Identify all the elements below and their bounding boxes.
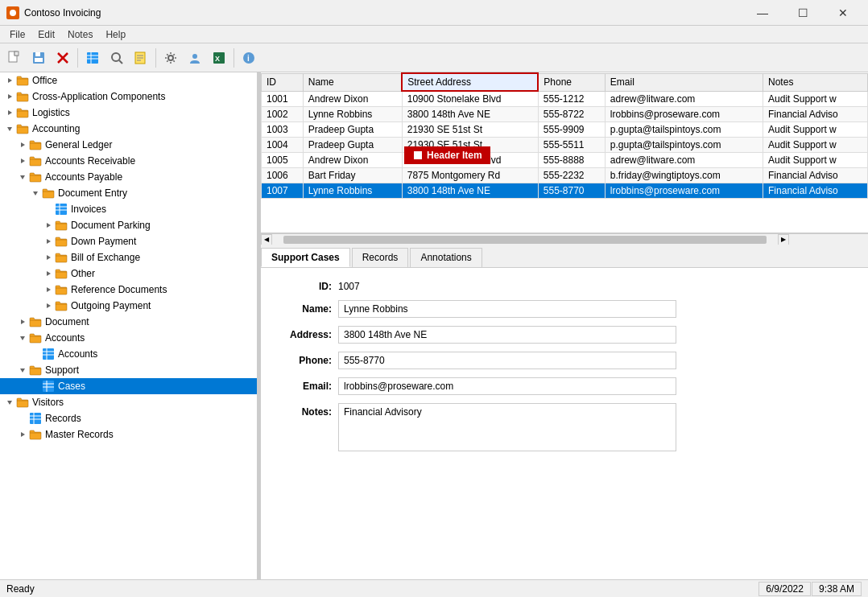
phone-label: Phone: bbox=[274, 352, 338, 366]
sidebar-item-document[interactable]: Document bbox=[0, 314, 257, 330]
folder-icon-down-payment bbox=[55, 235, 68, 248]
col-header-id[interactable]: ID bbox=[262, 73, 304, 91]
expand-icon-master-records bbox=[16, 428, 29, 441]
new-button[interactable] bbox=[3, 47, 26, 69]
col-header-name[interactable]: Name bbox=[303, 73, 402, 91]
table-row[interactable]: 1005Andrew Dixon10900 Stonelake Blvd555-… bbox=[262, 153, 868, 168]
sidebar-label-accounts: Accounts bbox=[45, 332, 85, 344]
sidebar-label-document: Document bbox=[45, 316, 89, 327]
header-item-tooltip: Header Item bbox=[404, 146, 490, 164]
sidebar-item-master-records[interactable]: Master Records bbox=[0, 426, 257, 443]
delete-button[interactable] bbox=[52, 47, 74, 69]
sidebar-item-cross-app[interactable]: Cross-Application Components bbox=[0, 89, 257, 105]
svg-rect-2 bbox=[14, 51, 19, 56]
sidebar-item-reference-docs[interactable]: Reference Documents bbox=[0, 282, 257, 298]
table-row[interactable]: 1003Pradeep Gupta21930 SE 51st St555-990… bbox=[262, 122, 868, 138]
col-header-email[interactable]: Email bbox=[605, 73, 763, 91]
expand-icon-outgoing-payment bbox=[42, 299, 55, 312]
folder-icon-office bbox=[16, 74, 29, 87]
expand-icon-other bbox=[42, 267, 55, 280]
tab-annotations[interactable]: Annotations bbox=[410, 248, 482, 267]
menu-help[interactable]: Help bbox=[99, 27, 132, 42]
svg-point-18 bbox=[168, 56, 173, 60]
table-row[interactable]: 1006Bart Friday7875 Montgomery Rd555-223… bbox=[262, 168, 868, 183]
status-text: Ready bbox=[6, 583, 758, 595]
table-row[interactable]: 1002Lynne Robbins3800 148th Ave NE555-87… bbox=[262, 107, 868, 122]
info-button[interactable]: i bbox=[238, 47, 260, 69]
table-row[interactable]: 1004Pradeep Gupta21930 SE 51st St555-551… bbox=[262, 138, 868, 153]
tab-support-cases[interactable]: Support Cases bbox=[261, 248, 350, 267]
detail-tabs: Support CasesRecordsAnnotations bbox=[261, 245, 868, 268]
sidebar-item-support[interactable]: Support bbox=[0, 362, 257, 378]
search-button[interactable] bbox=[105, 47, 128, 69]
table-container: IDNameStreet AddressPhoneEmailNotes 1001… bbox=[261, 72, 868, 233]
svg-marker-58 bbox=[21, 432, 25, 437]
notes-value[interactable]: Financial Advisory bbox=[338, 403, 676, 451]
hscroll-right[interactable]: ▶ bbox=[778, 234, 789, 245]
expand-icon-accounts bbox=[16, 331, 29, 344]
header-item-icon bbox=[412, 150, 424, 161]
sidebar-item-accounts-payable[interactable]: Accounts Payable bbox=[0, 169, 257, 185]
table-button[interactable] bbox=[81, 47, 104, 69]
table-row[interactable]: 1007Lynne Robbins3800 148th Ave NE555-87… bbox=[262, 183, 868, 199]
sidebar-item-down-payment[interactable]: Down Payment bbox=[0, 233, 257, 249]
sidebar-item-accounting[interactable]: Accounting bbox=[0, 121, 257, 137]
menu-edit[interactable]: Edit bbox=[31, 27, 61, 42]
menu-notes[interactable]: Notes bbox=[61, 27, 99, 42]
sidebar-item-accounts-table[interactable]: Accounts bbox=[0, 346, 257, 362]
main-area: OfficeCross-Application ComponentsLogist… bbox=[0, 72, 868, 579]
sidebar-item-cases[interactable]: Cases bbox=[0, 378, 257, 394]
sidebar-item-document-parking[interactable]: Document Parking bbox=[0, 217, 257, 233]
status-bar: Ready 6/9/2022 9:38 AM bbox=[0, 579, 868, 597]
table-row[interactable]: 1001Andrew Dixon10900 Stonelake Blvd555-… bbox=[262, 91, 868, 107]
note-button[interactable] bbox=[130, 47, 152, 69]
sidebar-item-other[interactable]: Other bbox=[0, 266, 257, 282]
sidebar-label-office: Office bbox=[32, 75, 57, 86]
email-value[interactable]: lrobbins@proseware.com bbox=[338, 377, 676, 395]
svg-marker-24 bbox=[8, 78, 12, 83]
id-field: ID: 1007 bbox=[274, 278, 855, 292]
address-value[interactable]: 3800 148th Ave NE bbox=[338, 326, 676, 344]
col-header-street-address[interactable]: Street Address bbox=[402, 73, 538, 91]
contacts-button[interactable] bbox=[184, 47, 206, 69]
phone-value[interactable]: 555-8770 bbox=[338, 352, 676, 369]
sidebar-item-logistics[interactable]: Logistics bbox=[0, 105, 257, 121]
sidebar-label-master-records: Master Records bbox=[45, 429, 114, 440]
expand-icon-accounts-receivable bbox=[16, 154, 29, 167]
sidebar-item-accounts-receivable[interactable]: Accounts Receivable bbox=[0, 153, 257, 169]
sidebar-label-logistics: Logistics bbox=[32, 107, 70, 118]
hscroll-left[interactable]: ◀ bbox=[261, 234, 272, 245]
sidebar-item-document-entry[interactable]: Document Entry bbox=[0, 185, 257, 201]
sidebar-label-document-entry: Document Entry bbox=[58, 187, 127, 199]
menu-file[interactable]: File bbox=[3, 27, 31, 42]
sidebar-item-invoices[interactable]: Invoices bbox=[0, 201, 257, 217]
sidebar-item-visitors[interactable]: Visitors bbox=[0, 394, 257, 410]
col-header-phone[interactable]: Phone bbox=[538, 73, 605, 91]
sidebar-item-outgoing-payment[interactable]: Outgoing Payment bbox=[0, 298, 257, 314]
tab-records[interactable]: Records bbox=[352, 248, 409, 267]
svg-rect-49 bbox=[43, 381, 54, 392]
sidebar-item-records[interactable]: Records bbox=[0, 410, 257, 426]
sidebar-label-cases: Cases bbox=[58, 381, 85, 392]
col-header-notes[interactable]: Notes bbox=[763, 73, 868, 91]
maximize-button[interactable]: ☐ bbox=[784, 0, 821, 26]
sidebar-item-office[interactable]: Office bbox=[0, 72, 257, 89]
save-button[interactable] bbox=[27, 47, 50, 69]
minimize-button[interactable]: — bbox=[744, 0, 781, 26]
sidebar-item-general-ledger[interactable]: General Ledger bbox=[0, 137, 257, 153]
content-area: Header Item IDNameStreet AddressPhoneEma… bbox=[261, 72, 868, 579]
sidebar: OfficeCross-Application ComponentsLogist… bbox=[0, 72, 258, 579]
sidebar-item-bill-of-exchange[interactable]: Bill of Exchange bbox=[0, 249, 257, 266]
svg-marker-40 bbox=[47, 287, 51, 292]
expand-icon-office bbox=[3, 74, 16, 87]
settings-button[interactable] bbox=[159, 47, 182, 69]
hscroll-bar[interactable]: ◀ ▶ bbox=[261, 233, 868, 245]
sidebar-label-outgoing-payment: Outgoing Payment bbox=[71, 300, 151, 311]
excel-button[interactable]: X bbox=[208, 47, 230, 69]
name-value[interactable]: Lynne Robbins bbox=[338, 300, 676, 318]
expand-icon-reference-docs bbox=[42, 283, 55, 296]
expand-icon-cross-app bbox=[3, 90, 16, 103]
sidebar-item-accounts[interactable]: Accounts bbox=[0, 330, 257, 346]
hscroll-thumb[interactable] bbox=[283, 236, 767, 244]
close-button[interactable]: ✕ bbox=[825, 0, 862, 26]
